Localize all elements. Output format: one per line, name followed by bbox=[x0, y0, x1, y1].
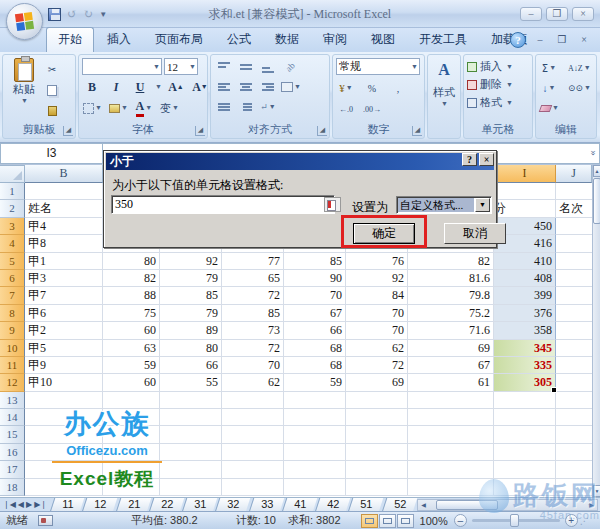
cell-B4[interactable]: 甲8 bbox=[25, 235, 103, 252]
sheet-tab-32[interactable]: 32 bbox=[215, 498, 251, 512]
page-layout-view-button[interactable] bbox=[379, 514, 396, 528]
bold-button[interactable]: B bbox=[82, 78, 102, 96]
sheet-tab-33[interactable]: 33 bbox=[248, 498, 284, 512]
cell-F15[interactable] bbox=[284, 426, 346, 443]
row-header-16[interactable]: 16 bbox=[0, 444, 25, 461]
scroll-up-icon[interactable]: ▲ bbox=[593, 165, 600, 177]
underline-dropdown-icon[interactable]: ▼ bbox=[155, 83, 162, 91]
merge-center-button[interactable]: ▼ bbox=[280, 78, 302, 96]
cell-H5[interactable]: 82 bbox=[408, 253, 494, 270]
row-header-6[interactable]: 6 bbox=[0, 270, 25, 287]
cell-J11[interactable] bbox=[556, 357, 592, 374]
row-header-5[interactable]: 5 bbox=[0, 253, 25, 270]
border-button[interactable]: ▼ bbox=[82, 99, 103, 117]
cell-D13[interactable] bbox=[160, 392, 222, 409]
cell-J2[interactable]: 名次 bbox=[556, 200, 592, 217]
cell-H17[interactable] bbox=[408, 461, 494, 478]
row-header-18[interactable]: 18 bbox=[0, 479, 25, 496]
zoom-level[interactable]: 100% bbox=[414, 515, 454, 527]
italic-button[interactable]: I bbox=[106, 78, 126, 96]
cell-E16[interactable] bbox=[222, 444, 284, 461]
cell-E9[interactable]: 73 bbox=[222, 322, 284, 339]
cell-F11[interactable]: 68 bbox=[284, 357, 346, 374]
cell-E13[interactable] bbox=[222, 392, 284, 409]
column-header-I[interactable]: I bbox=[494, 165, 556, 183]
delete-cells-button[interactable]: 删除▼ bbox=[467, 77, 529, 92]
cell-F5[interactable]: 85 bbox=[284, 253, 346, 270]
sheet-tab-51[interactable]: 51 bbox=[348, 498, 384, 512]
align-middle-button[interactable] bbox=[236, 58, 256, 76]
tab-开发工具[interactable]: 开发工具 bbox=[408, 28, 478, 52]
close-button[interactable]: × bbox=[572, 7, 594, 21]
cell-I18[interactable] bbox=[494, 479, 556, 496]
cell-C11[interactable]: 59 bbox=[103, 357, 160, 374]
underline-button[interactable]: U bbox=[130, 78, 150, 96]
scroll-left-icon[interactable]: ◀ bbox=[418, 500, 429, 510]
decrease-decimal-button[interactable]: .00→ bbox=[362, 100, 382, 118]
clear-button[interactable]: ▼ bbox=[539, 99, 560, 117]
row-header-1[interactable]: 1 bbox=[0, 183, 25, 200]
help-icon[interactable]: ? bbox=[510, 32, 526, 48]
font-size-combo[interactable]: 12▼ bbox=[164, 58, 198, 75]
vertical-scroll-thumb[interactable] bbox=[593, 178, 600, 224]
align-right-button[interactable] bbox=[258, 78, 278, 96]
number-format-combo[interactable]: 常规▼ bbox=[336, 58, 420, 75]
row-header-17[interactable]: 17 bbox=[0, 461, 25, 478]
row-header-3[interactable]: 3 bbox=[0, 218, 25, 235]
cell-D18[interactable] bbox=[160, 479, 222, 496]
cell-C7[interactable]: 88 bbox=[103, 287, 160, 304]
dialog-close-icon[interactable]: × bbox=[479, 153, 494, 166]
cell-D15[interactable] bbox=[160, 426, 222, 443]
cell-H6[interactable]: 81.6 bbox=[408, 270, 494, 287]
cell-G13[interactable] bbox=[346, 392, 408, 409]
workbook-restore-button[interactable]: ❒ bbox=[554, 34, 570, 47]
cell-J1[interactable] bbox=[556, 183, 592, 200]
column-header-B[interactable]: B bbox=[25, 165, 103, 183]
number-dialog-launcher-icon[interactable]: ◢ bbox=[412, 126, 422, 136]
zoom-out-icon[interactable]: – bbox=[454, 514, 467, 527]
cell-B9[interactable]: 甲2 bbox=[25, 322, 103, 339]
sheet-tab-11[interactable]: 11 bbox=[50, 498, 85, 512]
cell-D17[interactable] bbox=[160, 461, 222, 478]
grow-font-button[interactable]: A▲ bbox=[166, 78, 186, 96]
cell-B11[interactable]: 甲9 bbox=[25, 357, 103, 374]
cell-I6[interactable]: 408 bbox=[494, 270, 556, 287]
cell-E12[interactable]: 62 bbox=[222, 374, 284, 391]
cell-E14[interactable] bbox=[222, 409, 284, 426]
cell-C12[interactable]: 60 bbox=[103, 374, 160, 391]
tab-数据[interactable]: 数据 bbox=[264, 28, 310, 52]
cell-G5[interactable]: 76 bbox=[346, 253, 408, 270]
cell-E8[interactable]: 85 bbox=[222, 305, 284, 322]
horizontal-scroll-thumb[interactable] bbox=[436, 500, 498, 510]
row-header-4[interactable]: 4 bbox=[0, 235, 25, 252]
cell-G18[interactable] bbox=[346, 479, 408, 496]
cell-D5[interactable]: 92 bbox=[160, 253, 222, 270]
cell-H11[interactable]: 67 bbox=[408, 357, 494, 374]
cell-G8[interactable]: 70 bbox=[346, 305, 408, 322]
fill-color-button[interactable]: ▼ bbox=[108, 99, 129, 117]
wrap-text-button[interactable]: ↵▼ bbox=[258, 98, 278, 116]
office-button[interactable] bbox=[6, 3, 43, 40]
alignment-dialog-launcher-icon[interactable]: ◢ bbox=[317, 126, 327, 136]
next-sheet-icon[interactable]: ▶ bbox=[26, 500, 32, 509]
cell-D6[interactable]: 79 bbox=[160, 270, 222, 287]
tab-审阅[interactable]: 审阅 bbox=[312, 28, 358, 52]
orientation-button[interactable]: ab bbox=[280, 58, 300, 76]
cell-J9[interactable] bbox=[556, 322, 592, 339]
cell-D16[interactable] bbox=[160, 444, 222, 461]
cell-J14[interactable] bbox=[556, 409, 592, 426]
format-painter-button[interactable] bbox=[42, 102, 62, 120]
zoom-slider-thumb[interactable] bbox=[510, 514, 519, 527]
cell-C5[interactable]: 80 bbox=[103, 253, 160, 270]
cell-F17[interactable] bbox=[284, 461, 346, 478]
align-bottom-button[interactable] bbox=[258, 58, 278, 76]
cell-J6[interactable] bbox=[556, 270, 592, 287]
select-all-corner[interactable] bbox=[0, 165, 25, 183]
cell-B1[interactable] bbox=[25, 183, 103, 200]
tab-页面布局[interactable]: 页面布局 bbox=[144, 28, 214, 52]
format-cells-button[interactable]: 格式▼ bbox=[467, 95, 529, 110]
cell-J17[interactable] bbox=[556, 461, 592, 478]
row-header-9[interactable]: 9 bbox=[0, 322, 25, 339]
cell-J4[interactable] bbox=[556, 235, 592, 252]
cell-G14[interactable] bbox=[346, 409, 408, 426]
